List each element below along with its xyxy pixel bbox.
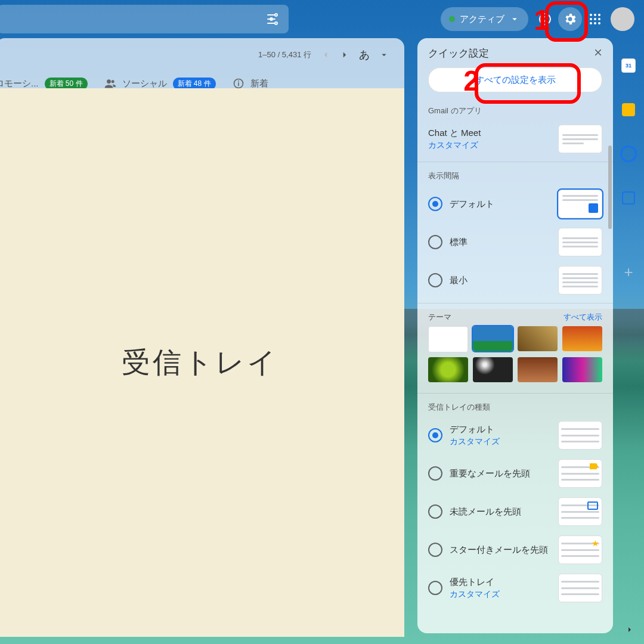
plus-icon: + xyxy=(624,263,633,281)
contacts-app-button[interactable] xyxy=(615,185,642,211)
side-app-rail: 31 + xyxy=(613,38,644,644)
svg-point-9 xyxy=(590,22,592,24)
hide-side-panel-button[interactable] xyxy=(620,620,639,639)
close-quick-settings[interactable] xyxy=(593,47,603,60)
inbox-unread-label: 未読メールを先頭 xyxy=(450,506,551,518)
tune-icon xyxy=(266,12,280,26)
chevron-right-icon xyxy=(625,625,634,634)
inbox-starred-first[interactable]: スター付きメールを先頭 ★ xyxy=(417,531,613,569)
chat-meet-customize[interactable]: カスタマイズ xyxy=(428,140,551,151)
theme-option[interactable] xyxy=(562,326,602,351)
radio-icon xyxy=(428,273,442,287)
tasks-icon xyxy=(620,145,637,162)
get-addons-button[interactable]: + xyxy=(615,259,642,285)
svg-point-3 xyxy=(590,14,592,16)
inbox-unread-first[interactable]: 未読メールを先頭 xyxy=(417,493,613,531)
status-label: アクティブ xyxy=(460,14,504,25)
section-inbox-type: 受信トレイの種類 xyxy=(417,397,613,416)
tab-label: ソーシャル xyxy=(122,78,167,89)
chevron-down-icon xyxy=(509,14,520,24)
input-tools-menu[interactable] xyxy=(374,45,394,64)
inbox-default-customize[interactable]: カスタマイズ xyxy=(450,436,551,447)
radio-icon xyxy=(428,581,442,595)
theme-option[interactable] xyxy=(518,357,558,382)
radio-icon xyxy=(428,543,442,557)
info-icon xyxy=(233,78,244,89)
radio-icon xyxy=(428,504,442,519)
section-density: 表示間隔 xyxy=(417,166,613,185)
account-avatar[interactable] xyxy=(611,7,634,31)
inbox-priority[interactable]: 優先トレイ カスタマイズ xyxy=(417,569,613,607)
search-bar[interactable] xyxy=(0,5,289,33)
important-tag-icon xyxy=(590,463,598,469)
theme-option[interactable] xyxy=(473,357,513,382)
density-comfortable-label: 標準 xyxy=(450,237,551,248)
section-gmail-apps: Gmail のアプリ xyxy=(417,101,613,120)
people-icon xyxy=(104,78,116,89)
theme-option[interactable] xyxy=(562,357,602,382)
chevron-left-icon xyxy=(320,49,331,60)
svg-point-7 xyxy=(594,18,596,20)
density-compact-thumb xyxy=(558,266,602,295)
inbox-important-first[interactable]: 重要なメールを先頭 xyxy=(417,454,613,493)
theme-option-selected[interactable] xyxy=(473,326,513,351)
section-theme: テーマ xyxy=(428,312,451,323)
density-comfortable-thumb xyxy=(558,228,602,256)
theme-view-all[interactable]: すべて表示 xyxy=(564,312,602,323)
inbox-priority-label: 優先トレイ xyxy=(450,577,551,588)
scrollbar-thumb[interactable] xyxy=(608,145,612,229)
quick-settings-header: クイック設定 xyxy=(417,38,613,65)
svg-rect-15 xyxy=(238,82,239,86)
inbox-unread-thumb xyxy=(558,497,602,526)
tab-updates[interactable]: 新着 xyxy=(233,78,268,89)
theme-option[interactable] xyxy=(518,326,558,351)
annotation-2-number: 2 xyxy=(463,64,479,97)
keep-app-button[interactable] xyxy=(615,97,642,123)
radio-icon xyxy=(428,235,442,249)
chat-meet-thumb xyxy=(558,125,602,153)
settings-button[interactable] xyxy=(558,7,582,31)
density-compact-label: 最小 xyxy=(450,275,551,286)
chat-status-chip[interactable]: アクティブ xyxy=(441,7,528,31)
star-icon: ★ xyxy=(592,538,599,548)
chat-meet-row[interactable]: Chat と Meet カスタマイズ xyxy=(417,120,613,158)
annotation-1-number: 1 xyxy=(534,4,550,36)
google-apps-button[interactable] xyxy=(583,7,607,31)
density-default-thumb xyxy=(558,190,602,218)
mail-toolbar: 1–50 / 5,431 行 あ xyxy=(0,38,404,72)
apps-grid-icon xyxy=(588,12,602,26)
svg-point-11 xyxy=(598,22,600,24)
inbox-overlay: 受信トレイ xyxy=(0,88,404,637)
close-icon xyxy=(593,47,603,58)
density-comfortable[interactable]: 標準 xyxy=(417,223,613,261)
next-page-button[interactable] xyxy=(335,45,354,64)
status-active-icon xyxy=(449,16,455,22)
density-default[interactable]: デフォルト xyxy=(417,185,613,223)
arrow-drop-down-icon xyxy=(379,49,389,60)
chat-meet-label: Chat と Meet xyxy=(428,128,551,139)
inbox-important-label: 重要なメールを先頭 xyxy=(450,468,551,479)
calendar-app-button[interactable]: 31 xyxy=(615,52,642,79)
density-compact[interactable]: 最小 xyxy=(417,261,613,299)
radio-icon xyxy=(428,466,442,481)
radio-selected-icon xyxy=(428,428,442,442)
inbox-default-thumb xyxy=(558,421,602,450)
theme-option[interactable] xyxy=(428,357,468,382)
tasks-app-button[interactable] xyxy=(615,141,642,167)
prev-page-button[interactable] xyxy=(316,45,335,64)
theme-option[interactable] xyxy=(428,326,468,352)
svg-point-13 xyxy=(111,80,114,83)
tab-label: ロモーシ... xyxy=(0,78,39,89)
inbox-priority-customize[interactable]: カスタマイズ xyxy=(450,589,551,600)
svg-point-12 xyxy=(107,79,111,83)
inbox-priority-thumb xyxy=(558,574,602,602)
quick-settings-title: クイック設定 xyxy=(428,47,489,60)
contacts-icon xyxy=(622,191,635,205)
inbox-starred-thumb: ★ xyxy=(558,535,602,564)
svg-point-2 xyxy=(275,22,277,24)
input-tools-button[interactable]: あ xyxy=(359,48,370,62)
see-all-settings-button[interactable]: すべての設定を表示 xyxy=(428,67,602,92)
inbox-default[interactable]: デフォルト カスタマイズ xyxy=(417,416,613,454)
theme-grid xyxy=(417,326,613,389)
svg-point-6 xyxy=(590,18,592,20)
